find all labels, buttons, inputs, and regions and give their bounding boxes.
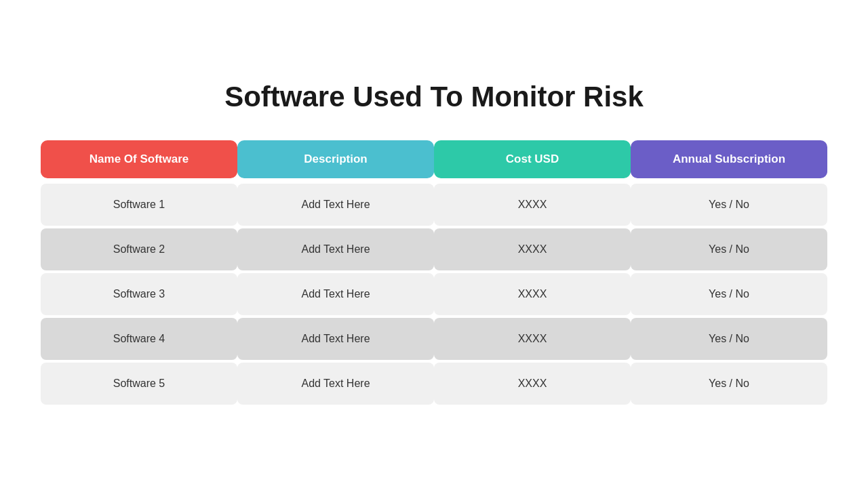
cell-subscription: Yes / No	[631, 363, 827, 405]
table-row: Software 5Add Text HereXXXXYes / No	[41, 363, 827, 405]
cell-subscription: Yes / No	[631, 273, 827, 315]
header-cost: Cost USD	[434, 140, 631, 178]
cell-subscription: Yes / No	[631, 318, 827, 360]
page-title: Software Used To Monitor Risk	[224, 81, 644, 113]
cell-subscription: Yes / No	[631, 228, 827, 270]
cell-cost: XXXX	[434, 228, 631, 270]
cell-cost: XXXX	[434, 318, 631, 360]
cell-cost: XXXX	[434, 184, 631, 226]
cell-description: Add Text Here	[237, 228, 434, 270]
cell-subscription: Yes / No	[631, 184, 827, 226]
table-body: Software 1Add Text HereXXXXYes / NoSoftw…	[41, 184, 827, 405]
software-table: Name Of Software Description Cost USD An…	[41, 140, 827, 407]
table-header: Name Of Software Description Cost USD An…	[41, 140, 827, 178]
table-row: Software 3Add Text HereXXXXYes / No	[41, 273, 827, 315]
cell-software-name: Software 5	[41, 363, 237, 405]
table-row: Software 4Add Text HereXXXXYes / No	[41, 318, 827, 360]
header-name: Name Of Software	[41, 140, 237, 178]
cell-software-name: Software 1	[41, 184, 237, 226]
cell-cost: XXXX	[434, 363, 631, 405]
header-description: Description	[237, 140, 434, 178]
cell-description: Add Text Here	[237, 273, 434, 315]
table-row: Software 2Add Text HereXXXXYes / No	[41, 228, 827, 270]
cell-description: Add Text Here	[237, 318, 434, 360]
table-row: Software 1Add Text HereXXXXYes / No	[41, 184, 827, 226]
header-subscription: Annual Subscription	[631, 140, 827, 178]
cell-software-name: Software 2	[41, 228, 237, 270]
cell-cost: XXXX	[434, 273, 631, 315]
cell-description: Add Text Here	[237, 363, 434, 405]
cell-software-name: Software 3	[41, 273, 237, 315]
cell-description: Add Text Here	[237, 184, 434, 226]
cell-software-name: Software 4	[41, 318, 237, 360]
